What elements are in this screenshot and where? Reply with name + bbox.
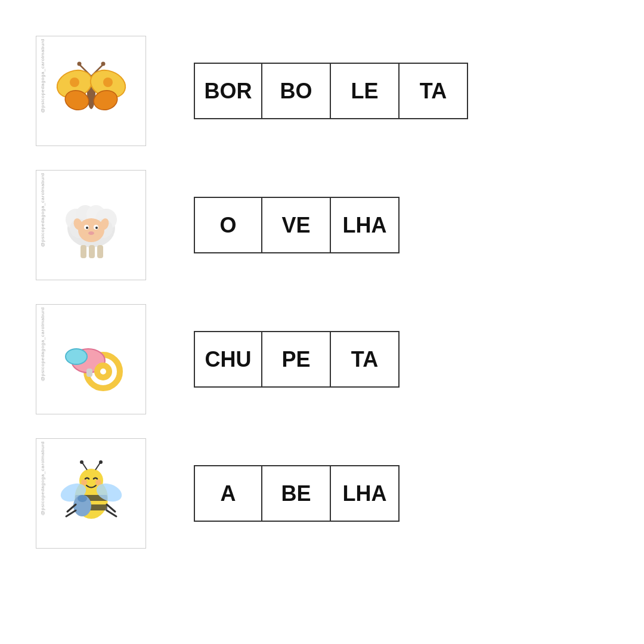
- svg-point-41: [80, 460, 83, 464]
- svg-rect-24: [80, 245, 86, 258]
- syllable-ve: VE: [262, 197, 331, 253]
- image-sheep: @psicopedagoga_carolmaburd: [36, 170, 146, 280]
- syllable-ta: TA: [400, 63, 468, 119]
- syllables-borboleta: BOR BO LE TA: [194, 63, 468, 119]
- syllable-a: A: [194, 465, 262, 522]
- row-abelha: @psicopedagoga_carolmaburd: [36, 438, 400, 549]
- row-chupeta: @psicopedagoga_carolmaburd CHU PE TA: [36, 304, 400, 414]
- svg-point-33: [97, 366, 109, 377]
- svg-point-43: [99, 460, 103, 464]
- svg-point-9: [70, 78, 79, 87]
- svg-point-2: [77, 61, 81, 66]
- svg-point-47: [78, 495, 87, 502]
- image-bee: @psicopedagoga_carolmaburd: [36, 438, 146, 549]
- syllable-bor: BOR: [194, 63, 262, 119]
- image-butterfly: @psicopedagoga_carolmaburd: [36, 36, 146, 146]
- svg-point-23: [88, 231, 94, 235]
- syllable-pe: PE: [262, 331, 331, 388]
- syllables-abelha: A BE LHA: [194, 465, 400, 522]
- svg-point-18: [78, 218, 104, 242]
- watermark-1: @psicopedagoga_carolmaburd: [40, 39, 45, 113]
- butterfly-icon: [49, 49, 133, 133]
- syllable-be: BE: [262, 465, 331, 522]
- image-pacifier: @psicopedagoga_carolmaburd: [36, 304, 146, 414]
- sheep-icon: [49, 184, 133, 267]
- bee-icon: [49, 452, 133, 535]
- syllables-ovelha: O VE LHA: [194, 197, 400, 253]
- pacifier-icon: [49, 318, 133, 401]
- svg-point-21: [86, 227, 88, 229]
- watermark-2: @psicopedagoga_carolmaburd: [40, 173, 45, 247]
- svg-rect-32: [86, 369, 92, 377]
- syllable-ta2: TA: [331, 331, 400, 388]
- row-ovelha: @psicopedagoga_carolmaburd: [36, 170, 400, 280]
- syllable-lha: LHA: [331, 197, 400, 253]
- syllables-chupeta: CHU PE TA: [194, 331, 400, 388]
- syllable-o: O: [194, 197, 262, 253]
- svg-line-40: [82, 463, 87, 470]
- svg-rect-25: [89, 245, 95, 258]
- svg-point-10: [103, 78, 113, 87]
- syllable-bo: BO: [262, 63, 331, 119]
- svg-point-22: [95, 227, 98, 229]
- syllable-lha: LHA: [331, 465, 400, 522]
- row-borboleta: @psicopedagoga_carolmaburd BOR BO LE: [36, 36, 468, 146]
- svg-line-42: [95, 463, 100, 470]
- syllable-chu: CHU: [194, 331, 262, 388]
- svg-point-31: [66, 349, 87, 364]
- syllable-le: LE: [331, 63, 400, 119]
- watermark-3: @psicopedagoga_carolmaburd: [40, 307, 45, 381]
- svg-point-4: [101, 61, 105, 66]
- svg-rect-26: [97, 245, 103, 258]
- watermark-4: @psicopedagoga_carolmaburd: [40, 441, 45, 515]
